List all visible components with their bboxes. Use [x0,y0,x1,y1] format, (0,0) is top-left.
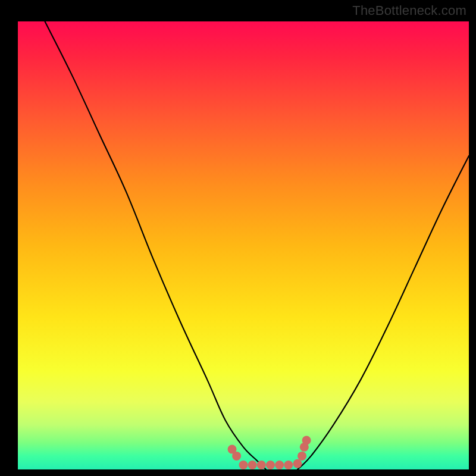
highlight-dot [266,461,275,469]
curve-layer [45,21,469,469]
highlight-dot [302,436,311,445]
highlight-dot [284,461,293,469]
highlight-dot [257,461,266,469]
chart-svg [0,0,476,476]
highlight-dot [248,461,257,469]
highlight-dot [239,461,248,469]
highlight-dot [298,452,306,461]
chart-frame: TheBottleneck.com [0,0,476,476]
curve-right-curve [298,156,469,469]
highlight-dot [293,459,302,468]
dot-layer [228,436,311,469]
highlight-dot [275,461,284,469]
curve-left-curve [45,21,265,469]
highlight-dot [232,452,241,461]
